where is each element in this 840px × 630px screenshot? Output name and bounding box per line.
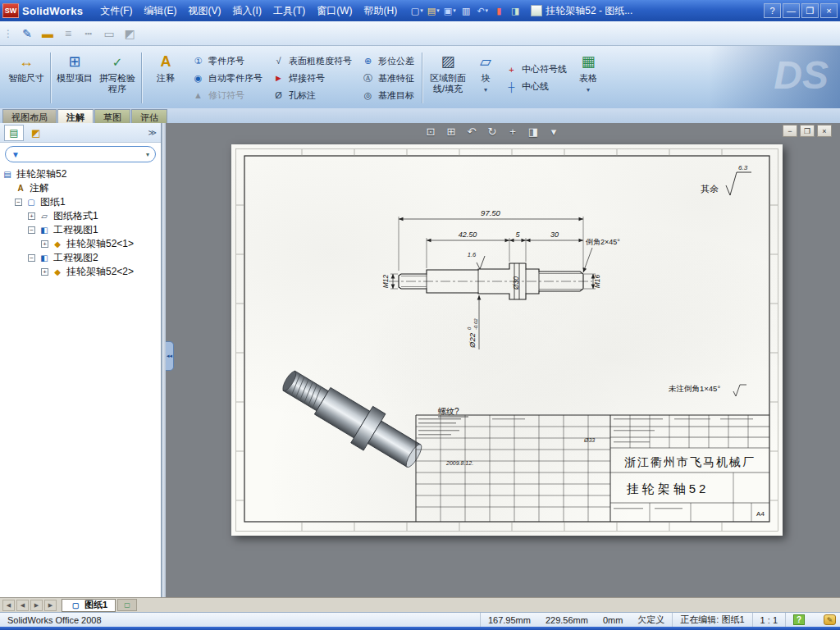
collapse-box-icon[interactable]: − — [28, 226, 35, 234]
property-manager-tab[interactable]: ◩ — [26, 125, 46, 141]
tree-filter-combobox[interactable]: ▼ ▾ — [5, 146, 156, 162]
weld-symbol-button[interactable]: ► 焊接符号 — [272, 70, 352, 86]
tables-dropdown-icon[interactable]: ▾ — [587, 84, 590, 95]
next-sheet-button[interactable]: ▶ — [30, 600, 43, 611]
restore-button[interactable]: ❐ — [801, 3, 819, 18]
note-button[interactable]: A 注释 — [144, 48, 187, 108]
toolbox-button[interactable]: ▮ — [491, 3, 506, 18]
block-button[interactable]: ▱ 块 ▾ — [471, 48, 500, 108]
geometric-tolerance-button[interactable]: ⊕ 形位公差 — [362, 52, 414, 69]
hide-edge-button[interactable]: ▭ — [100, 25, 118, 43]
front-view[interactable] — [389, 263, 592, 299]
view-settings-dropdown[interactable]: ▾ — [546, 124, 562, 139]
dim-b[interactable]: 5 — [515, 231, 520, 239]
datum-target-button[interactable]: ◎ 基准目标 — [362, 87, 414, 103]
expand-box-icon[interactable]: + — [41, 268, 48, 276]
minimize-button[interactable]: — — [783, 3, 800, 18]
dim-c[interactable]: 30 — [550, 231, 559, 239]
tree-item-sheet-format1[interactable]: + ▱ 图纸格式1 — [2, 209, 159, 223]
spell-checker-button[interactable]: ✓ 拼写检验程序 — [96, 48, 139, 108]
display-style-button[interactable]: ◨ — [525, 124, 541, 139]
panel-expand-icon[interactable]: ≫ — [148, 128, 157, 137]
smart-dimension-button[interactable]: ↔ 智能尺寸 — [5, 48, 48, 108]
tables-button[interactable]: ▦ 表格 ▾ — [572, 48, 605, 108]
expand-box-icon[interactable]: + — [28, 212, 35, 220]
sketch-tool-button[interactable]: ✎ — [18, 25, 36, 43]
expand-box-icon[interactable]: + — [41, 240, 48, 248]
dim-a[interactable]: 42.50 — [459, 231, 477, 239]
zoom-fit-button[interactable]: ⊡ — [422, 124, 439, 139]
panel-collapse-handle[interactable]: ◂◂ — [166, 341, 174, 371]
tree-item-part-ref2[interactable]: + ◆ 挂轮架轴52<2> — [2, 265, 159, 279]
auto-balloon-button[interactable]: ◉ 自动零件序号 — [192, 70, 262, 86]
tree-root-item[interactable]: ▤ 挂轮架轴52 — [2, 167, 159, 181]
line-color-button[interactable]: ▬ — [39, 25, 57, 43]
menu-tools[interactable]: 工具(T) — [267, 2, 311, 21]
print-button[interactable]: ▥ — [459, 3, 473, 18]
doc-restore-button[interactable]: ❐ — [800, 125, 815, 137]
add-sheet-button[interactable]: ▢ — [117, 599, 137, 611]
unnoted-chamfer-note[interactable]: 未注倒角1×45° — [669, 384, 720, 393]
tree-item-annotations[interactable]: A 注解 — [2, 181, 159, 195]
datum-feature-button[interactable]: Ⓐ 基准特征 — [362, 70, 414, 86]
model-items-button[interactable]: ⊞ 模型项目 — [53, 48, 96, 108]
line-width-button[interactable]: ≡ — [59, 25, 77, 43]
menu-help[interactable]: 帮助(H) — [358, 2, 404, 21]
center-mark-button[interactable]: + 中心符号线 — [505, 62, 567, 78]
help-button[interactable]: ? — [764, 3, 781, 18]
hole-callout-button[interactable]: Ø 孔标注 — [272, 87, 352, 103]
thread-right-callout[interactable]: M16 — [593, 274, 601, 288]
rotate-view-button[interactable]: ↻ — [484, 124, 500, 139]
quick-tips-icon[interactable]: ? — [793, 614, 805, 625]
dia-mid-tolerance[interactable]: Ø22 0 -0.02 — [467, 318, 478, 349]
feature-tree-tab[interactable]: ▤ — [4, 125, 24, 141]
annotation-pen-icon[interactable]: ✎ — [824, 614, 836, 625]
close-button[interactable]: × — [820, 3, 838, 18]
surface-finish-value[interactable]: 1.6 — [468, 251, 477, 258]
save-button[interactable]: ▣▾ — [442, 3, 457, 18]
revision-symbol-button[interactable]: ▲ 修订符号 — [192, 87, 262, 103]
tree-item-sheet1[interactable]: − ▢ 图纸1 — [2, 195, 159, 209]
thread-left-callout[interactable]: M12 — [381, 274, 390, 288]
first-sheet-button[interactable]: ◀ — [2, 600, 15, 611]
area-hatch-button[interactable]: ▨ 区域剖面线/填充 — [425, 48, 471, 108]
tab-annotation[interactable]: 注解 — [57, 109, 94, 123]
menu-window[interactable]: 窗口(W) — [311, 2, 358, 21]
sheet-tab-sheet1[interactable]: ▢ 图纸1 — [62, 599, 116, 612]
display-mode-button[interactable]: ◩ — [121, 25, 139, 43]
rest-roughness-value[interactable]: 6.3 — [738, 164, 748, 171]
last-sheet-button[interactable]: ▶ — [44, 600, 57, 611]
new-document-button[interactable]: ▢▾ — [409, 3, 424, 18]
collapse-box-icon[interactable]: − — [15, 199, 22, 206]
block-dropdown-icon[interactable]: ▾ — [484, 84, 487, 95]
prev-sheet-button[interactable]: ◀ — [16, 600, 29, 611]
open-button[interactable]: ▤▾ — [426, 3, 441, 18]
doc-minimize-button[interactable]: − — [783, 125, 797, 137]
tree-item-drawing-view2[interactable]: − ◧ 工程视图2 — [2, 251, 159, 265]
chamfer-note[interactable]: 倒角2×45° — [585, 238, 620, 246]
line-style-button[interactable]: ┅ — [80, 25, 98, 43]
dim-overall-length[interactable]: 97.50 — [481, 208, 500, 217]
surface-finish-button[interactable]: √ 表面粗糙度符号 — [272, 52, 352, 69]
previous-view-button[interactable]: ↶ — [463, 124, 480, 139]
menu-file[interactable]: 文件(F) — [94, 2, 138, 21]
zoom-area-button[interactable]: ⊞ — [443, 124, 459, 139]
menu-view[interactable]: 视图(V) — [183, 2, 227, 21]
rest-roughness-label[interactable]: 其余 — [701, 184, 719, 194]
tab-view-layout[interactable]: 视图布局 — [2, 109, 57, 123]
pan-button[interactable]: + — [504, 124, 521, 139]
centerline-button[interactable]: ┼ 中心线 — [505, 79, 567, 95]
tree-item-part-ref1[interactable]: + ◆ 挂轮架轴52<1> — [2, 237, 159, 251]
undo-button[interactable]: ↶▾ — [475, 3, 490, 18]
thread-query-note[interactable]: 螺纹? — [438, 407, 459, 416]
tab-evaluate[interactable]: 评估 — [131, 109, 167, 123]
task-pane-button[interactable]: ◨ — [508, 3, 523, 18]
filter-dropdown-icon[interactable]: ▾ — [146, 151, 149, 158]
tab-sketch[interactable]: 草图 — [94, 109, 130, 123]
drawing-sheet[interactable]: 97.50 42.50 5 30 1.6 M12 — [231, 144, 783, 536]
tree-item-drawing-view1[interactable]: − ◧ 工程视图1 — [2, 223, 159, 237]
doc-close-button[interactable]: × — [817, 125, 832, 137]
drawing-viewport[interactable]: ⊡ ⊞ ↶ ↻ + ◨ ▾ − ❐ × ◂◂ — [166, 123, 840, 597]
menu-insert[interactable]: 插入(I) — [227, 2, 267, 21]
menu-edit[interactable]: 编辑(E) — [139, 2, 183, 21]
